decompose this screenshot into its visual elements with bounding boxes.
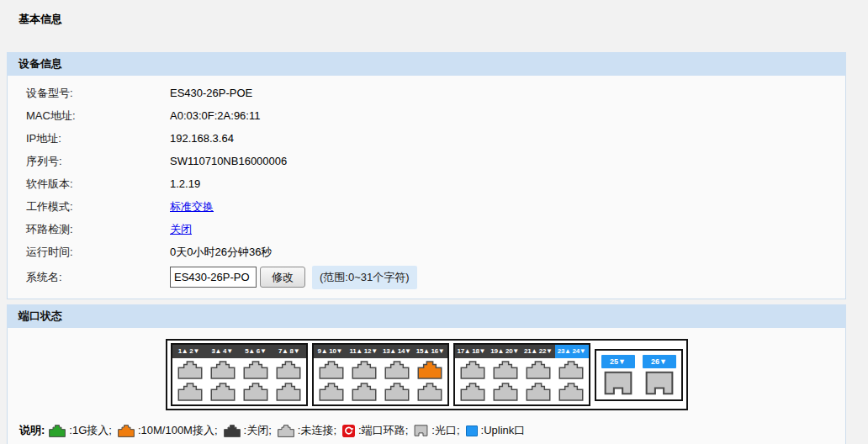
port-pair-label-3-4: 3▲ 4▼ (205, 345, 239, 358)
port-group-1: 1▲ 2▼3▲ 4▼5▲ 6▼7▲ 8▼ (171, 343, 308, 406)
system-name-label: 系统名: (26, 270, 170, 285)
mac-address-row: MAC地址: A0:03:0F:2A:96:11 (8, 104, 845, 127)
sfp-port-group: 25▼26▼ (595, 349, 683, 401)
port-1-icon (177, 361, 204, 379)
work-mode-link[interactable]: 标准交换 (170, 199, 214, 214)
port-11-icon (351, 361, 378, 379)
port-pair-label-9-10: 9▲ 10▼ (314, 345, 347, 358)
uptime-label: 运行时间: (26, 245, 170, 260)
system-name-input[interactable] (170, 267, 257, 288)
legend-text: :1G接入; (69, 423, 112, 438)
port-17-icon (459, 361, 486, 379)
device-model-value: ES430-26P-POE (170, 87, 252, 99)
port-5-icon (242, 361, 269, 379)
work-mode-label: 工作模式: (26, 199, 170, 214)
port-grid (172, 358, 306, 404)
port-group-header: 1▲ 2▼3▲ 4▼5▲ 6▼7▲ 8▼ (172, 345, 306, 358)
serial-number-label: 序列号: (26, 154, 170, 169)
port-18-icon (459, 383, 486, 401)
port-22-icon (525, 383, 552, 401)
device-info-section: 设备信息 设备型号: ES430-26P-POE MAC地址: A0:03:0F… (7, 52, 846, 299)
port-4-icon (209, 383, 236, 401)
port-pair-label-21-22: 21▲ 22▼ (521, 345, 555, 358)
ip-address-row: IP地址: 192.168.3.64 (8, 127, 845, 150)
legend-text: :Uplink口 (481, 423, 526, 438)
ip-address-label: IP地址: (26, 131, 170, 146)
sfp-port-25: 25▼ (601, 355, 635, 395)
port-pair-label-5-6: 5▲ 6▼ (239, 345, 273, 358)
loop-icon (342, 425, 355, 437)
disconnected-port-icon (278, 425, 294, 437)
port-24-icon (558, 383, 585, 401)
legend-text: :光口; (431, 423, 459, 438)
port-grid (314, 358, 447, 404)
serial-number-row: 序列号: SW110710NB16000006 (8, 150, 845, 172)
work-mode-row: 工作模式: 标准交换 (8, 195, 845, 218)
orange-port-icon (118, 425, 135, 437)
software-version-row: 软件版本: 1.2.19 (8, 172, 845, 195)
port-status-body: 1▲ 2▼3▲ 4▼5▲ 6▼7▲ 8▼9▲ 10▼11▲ 12▼13▲ 14▼… (7, 328, 846, 444)
ip-address-value: 192.168.3.64 (170, 132, 234, 145)
port-panel: 1▲ 2▼3▲ 4▼5▲ 6▼7▲ 8▼9▲ 10▼11▲ 12▼13▲ 14▼… (166, 339, 688, 410)
loop-detect-link[interactable]: 关闭 (170, 222, 192, 237)
port-13-icon (384, 361, 410, 379)
port-3-icon (209, 361, 236, 379)
port-group-header: 9▲ 10▼11▲ 12▼13▲ 14▼15▲ 16▼ (314, 345, 447, 358)
serial-number-value: SW110710NB16000006 (170, 155, 287, 167)
software-version-label: 软件版本: (26, 177, 170, 192)
legend-text: :10M/100M接入; (138, 423, 218, 438)
port-15-icon (416, 361, 443, 379)
uptime-value: 0天0小时26分钟36秒 (170, 245, 272, 260)
port-pair-label-19-20: 19▲ 20▼ (488, 345, 521, 358)
port-status-header: 端口状态 (7, 304, 846, 328)
port-pair-label-13-14: 13▲ 14▼ (380, 345, 414, 358)
port-9-icon (318, 361, 345, 379)
modify-button[interactable]: 修改 (260, 267, 305, 288)
legend-label: 说明: (19, 423, 45, 438)
port-pair-label-1-2: 1▲ 2▼ (172, 345, 206, 358)
port-2-icon (177, 383, 204, 401)
port-pair-label-7-8: 7▲ 8▼ (273, 345, 306, 358)
software-version-value: 1.2.19 (170, 177, 200, 190)
legend-text: :关闭; (244, 423, 272, 438)
system-name-row: 系统名: 修改 (范围:0~31个字符) (8, 263, 845, 291)
port-20-icon (492, 383, 519, 401)
legend-item: :未连接; (278, 423, 341, 438)
mac-address-value: A0:03:0F:2A:96:11 (170, 109, 260, 122)
legend-text: :未连接; (298, 423, 336, 438)
port-label-26: 26▼ (643, 355, 676, 368)
port-25-icon (601, 371, 635, 395)
legend-item: :端口环路; (342, 423, 412, 438)
port-grid (455, 358, 589, 404)
port-group-3: 17▲ 18▼19▲ 20▼21▲ 22▼23▲ 24▼ (453, 343, 590, 406)
legend-item: :关闭; (224, 423, 276, 438)
port-14-icon (384, 383, 410, 401)
loop-detect-label: 环路检测: (26, 222, 170, 237)
device-info-body: 设备型号: ES430-26P-POE MAC地址: A0:03:0F:2A:9… (7, 76, 846, 299)
legend-item: :10M/100M接入; (118, 423, 222, 438)
port-7-icon (275, 361, 302, 379)
port-pair-label-23-24: 23▲ 24▼ (555, 345, 589, 358)
port-label-25: 25▼ (601, 355, 635, 368)
green-port-icon (49, 425, 66, 437)
port-pair-label-15-16: 15▲ 16▼ (414, 345, 447, 358)
port-16-icon (416, 383, 443, 401)
port-legend: 说明: :1G接入;:10M/100M接入;:关闭;:未连接;:端口环路;:光口… (19, 423, 845, 438)
port-status-section: 端口状态 1▲ 2▼3▲ 4▼5▲ 6▼7▲ 8▼9▲ 10▼11▲ 12▼13… (7, 304, 846, 444)
legend-item: :光口; (414, 423, 463, 438)
port-21-icon (525, 361, 552, 379)
mac-address-label: MAC地址: (26, 108, 170, 124)
page-title: 基本信息 (0, 0, 868, 27)
port-10-icon (318, 383, 345, 401)
legend-item: :Uplink口 (466, 423, 530, 438)
loop-detect-row: 环路检测: 关闭 (8, 218, 845, 240)
port-23-icon (558, 361, 585, 379)
device-info-header: 设备信息 (7, 52, 846, 76)
legend-item: :1G接入; (49, 423, 116, 438)
port-8-icon (275, 383, 302, 401)
device-model-label: 设备型号: (26, 86, 170, 101)
device-model-row: 设备型号: ES430-26P-POE (8, 82, 845, 104)
port-pair-label-11-12: 11▲ 12▼ (347, 345, 380, 358)
port-group-2: 9▲ 10▼11▲ 12▼13▲ 14▼15▲ 16▼ (312, 343, 449, 406)
port-6-icon (242, 383, 269, 401)
